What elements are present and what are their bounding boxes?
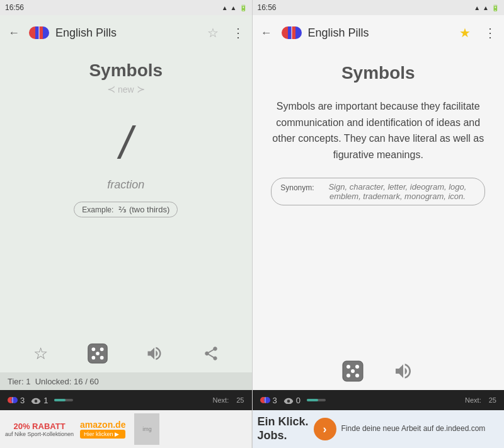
signal-icon-r: ▲: [474, 4, 480, 11]
more-button-right[interactable]: ⋮: [481, 24, 499, 42]
tier-value: 1: [26, 377, 30, 386]
svg-rect-3: [35, 26, 39, 39]
main-panels: ← English Pills ☆ ⋮: [0, 15, 504, 448]
back-button-right[interactable]: ←: [258, 24, 275, 42]
svg-point-14: [35, 399, 38, 403]
eye-icon-left: [31, 396, 41, 404]
battery-icon-r: 🔋: [491, 4, 499, 11]
svg-point-22: [355, 365, 359, 369]
tier-bar: Tier: 1 Unlocked: 16 / 60: [0, 372, 252, 390]
battery-icon: 🔋: [239, 4, 247, 11]
status-bar-left: 16:56 ▲ ▲ 🔋: [0, 0, 252, 15]
card-content-right: Symbols Symbols are important because th…: [253, 50, 505, 352]
card-subtitle-left: ≺ new ≻: [107, 83, 145, 95]
toolbar-actions-left: ☆ ⋮: [204, 24, 247, 42]
svg-point-23: [351, 369, 355, 373]
svg-point-27: [264, 397, 270, 403]
svg-point-25: [355, 374, 359, 377]
share-icon-left: [203, 345, 219, 362]
status-icons-left: ▲ ▲ 🔋: [222, 4, 247, 11]
more-button-left[interactable]: ⋮: [229, 24, 247, 42]
stats-bar-left: 3 1 Next: 25: [0, 390, 252, 410]
dice-icon-left: [86, 342, 110, 365]
ad-cta-right[interactable]: ›: [314, 418, 336, 440]
back-button-left[interactable]: ←: [5, 24, 23, 42]
synonym-box: Synonym: Sign, character, letter, ideogr…: [271, 178, 485, 205]
synonym-text: Sign, character, letter, ideogram, logo,…: [319, 182, 476, 201]
stats-next-right: Next: 25: [465, 396, 496, 404]
share-action-left[interactable]: [198, 341, 224, 366]
dice-button-left[interactable]: [85, 341, 110, 366]
app-title-right: English Pills: [308, 26, 452, 40]
progress-bar-left: [54, 399, 73, 401]
amazon-logo: amazon.de: [80, 420, 125, 430]
star-button-right[interactable]: ★: [456, 24, 474, 42]
status-bar: 16:56 ▲ ▲ 🔋 16:56 ▲ ▲ 🔋: [0, 0, 504, 15]
ad-content-left[interactable]: 20% RABATT auf Nike Sport-Kollektionen a…: [0, 410, 252, 448]
fraction-symbol: /: [120, 120, 132, 166]
svg-point-24: [346, 374, 350, 377]
toolbar-left: ← English Pills ☆ ⋮: [0, 15, 252, 50]
svg-point-12: [11, 397, 18, 403]
progress-bar-right: [307, 399, 326, 401]
toolbar-right: ← English Pills ★ ⋮: [253, 15, 505, 50]
speaker-action-right[interactable]: [391, 359, 416, 384]
ad-bar-right: Ein Klick.Jobs. › Finde deine neue Arbei…: [253, 410, 505, 448]
svg-point-21: [346, 365, 350, 369]
time-left: 16:56: [5, 3, 24, 12]
wifi-icon: ▲: [231, 4, 237, 11]
stats-section-right: 3 0: [260, 396, 458, 405]
stats-bar-right: 3 0 Next: 25: [253, 390, 505, 410]
time-right: 16:56: [258, 3, 277, 12]
pill-icon-left: [8, 397, 18, 403]
app-icon-right: [280, 21, 303, 44]
word-label: fraction: [107, 178, 144, 192]
pill-stat-left: 3: [8, 396, 25, 405]
next-value-left: 25: [236, 396, 244, 404]
ad-bar-left: 20% RABATT auf Nike Sport-Kollektionen a…: [0, 410, 252, 448]
svg-point-29: [287, 399, 290, 403]
definition-text: Symbols are important because they facil…: [268, 98, 490, 163]
pill-stat-right: 3: [260, 396, 277, 405]
card-content-left: Symbols ≺ new ≻ / fraction Example: ⅔ (t…: [0, 50, 252, 335]
speaker-icon-right: [393, 361, 413, 381]
svg-point-8: [96, 352, 100, 355]
ad-content-right[interactable]: Ein Klick.Jobs. › Finde deine neue Arbei…: [253, 410, 505, 448]
action-bar-left: ☆: [0, 335, 252, 372]
pill-icon-right: [260, 397, 270, 403]
speaker-action-left[interactable]: [142, 341, 167, 366]
star-button-left[interactable]: ☆: [204, 24, 222, 42]
svg-point-7: [100, 348, 104, 352]
svg-point-6: [91, 348, 95, 352]
svg-point-10: [100, 356, 104, 360]
synonym-label: Synonym:: [280, 183, 314, 192]
svg-point-9: [91, 356, 95, 360]
svg-rect-18: [288, 26, 292, 39]
right-panel: ← English Pills ★ ⋮: [253, 15, 505, 448]
eye-icon-right: [284, 396, 294, 404]
status-bar-right: 16:56 ▲ ▲ 🔋: [252, 0, 505, 15]
ad-cta-left[interactable]: Hier klicken ▶: [80, 430, 125, 439]
left-panel: ← English Pills ☆ ⋮: [0, 15, 253, 448]
star-action-left[interactable]: ☆: [28, 341, 54, 366]
toolbar-actions-right: ★ ⋮: [456, 24, 499, 42]
next-value-right: 25: [489, 396, 496, 404]
eye-stat-left: 1: [31, 396, 48, 405]
action-bar-right: [253, 352, 505, 390]
ad-right-text: Finde deine neue Arbeit auf de.indeed.co…: [341, 424, 486, 434]
status-icons-right: ▲ ▲ 🔋: [474, 4, 499, 11]
dice-button-right[interactable]: [340, 359, 365, 384]
card-title-right: Symbols: [341, 63, 415, 83]
app-title-left: English Pills: [55, 26, 199, 40]
wifi-icon-r: ▲: [483, 4, 489, 11]
unlocked-value: 16 / 60: [74, 377, 99, 386]
speaker-icon-left: [146, 345, 163, 362]
example-text: ⅔ (two thirds): [118, 205, 169, 214]
eye-stat-right: 0: [284, 396, 301, 405]
card-title-left: Symbols: [89, 60, 163, 81]
stats-next-left: Next: 25: [213, 396, 244, 404]
app-icon-left: [28, 21, 50, 44]
example-label: Example:: [82, 205, 113, 214]
ad-big-text: Ein Klick.Jobs.: [258, 415, 309, 442]
stats-section-left: 3 1: [8, 396, 205, 405]
